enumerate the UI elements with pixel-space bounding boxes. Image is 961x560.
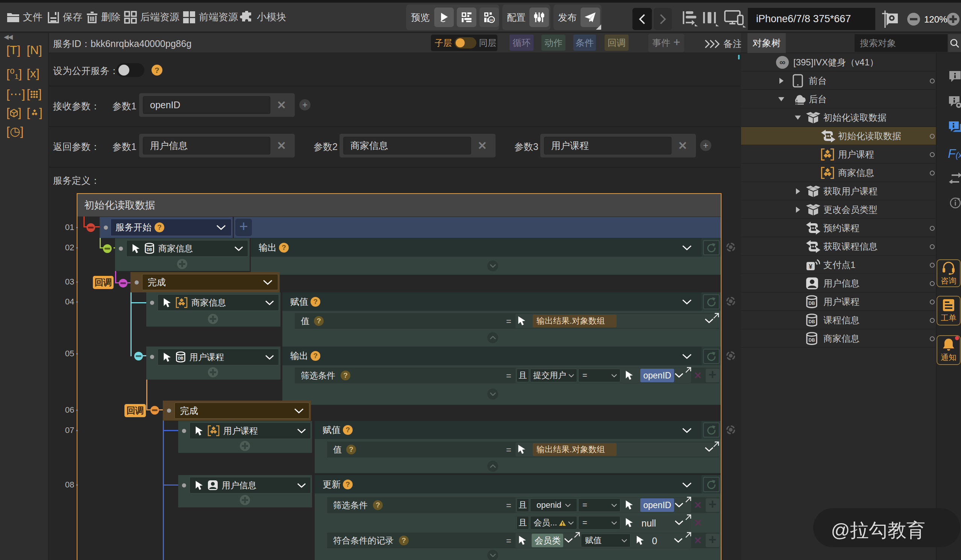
- svg-text:DB: DB: [178, 356, 183, 360]
- svg-text:¥: ¥: [809, 263, 813, 270]
- svg-text:DB: DB: [808, 337, 815, 343]
- svg-text:DB: DB: [808, 301, 815, 306]
- svg-text:∞: ∞: [779, 58, 786, 67]
- svg-text:DB: DB: [147, 248, 152, 252]
- svg-text:∞: ∞: [490, 17, 493, 22]
- svg-text:DB: DB: [808, 319, 815, 324]
